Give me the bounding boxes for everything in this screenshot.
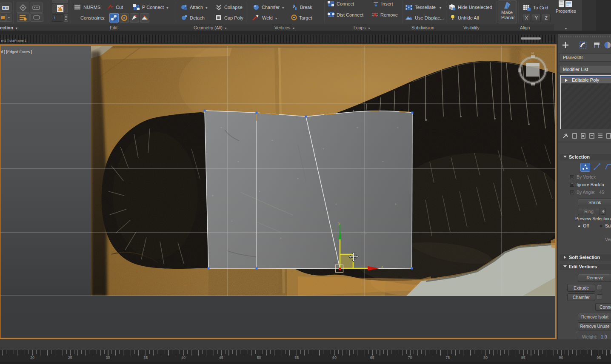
svg-text:y: y [338, 221, 340, 225]
svg-text:N: N [531, 51, 534, 55]
svg-text:x: x [381, 264, 383, 269]
